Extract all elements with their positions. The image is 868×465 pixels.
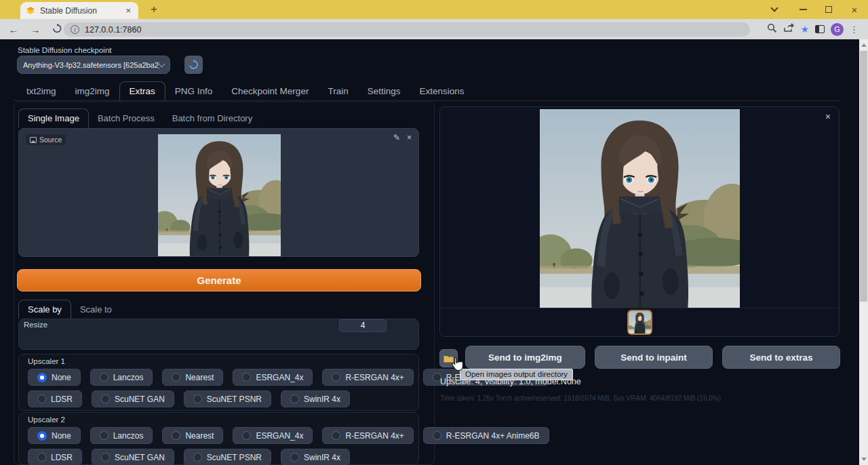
mouse-cursor-hand — [450, 357, 464, 371]
tabs-divider — [14, 100, 841, 101]
upscaler2-option-scunet-gan[interactable]: ScuNET GAN — [92, 449, 174, 465]
radio-icon[interactable] — [101, 395, 110, 403]
source-label: Source — [39, 136, 62, 144]
scrollbar-up-arrow-icon[interactable] — [861, 43, 867, 47]
window-minimize-button[interactable] — [795, 0, 811, 19]
generate-button[interactable]: Generate — [17, 269, 421, 291]
tab-extensions[interactable]: Extensions — [410, 82, 473, 100]
radio-icon[interactable] — [193, 395, 202, 403]
upscaler1-option-nearest[interactable]: Nearest — [162, 369, 223, 386]
reload-icon[interactable] — [49, 24, 65, 35]
browser-menu-icon[interactable]: ⋮ — [850, 24, 859, 35]
send-to-inpaint-button[interactable]: Send to inpaint — [595, 346, 713, 369]
edit-pencil-icon[interactable]: ✎ — [393, 133, 400, 142]
tab-search-chevron-icon[interactable] — [766, 0, 783, 19]
radio-icon[interactable] — [100, 373, 108, 382]
upscaler1-option-lanczos[interactable]: Lanczos — [90, 369, 153, 386]
upscaler2-option-r-esrgan-4x-anime6b[interactable]: R-ESRGAN 4x+ Anime6B — [423, 427, 549, 444]
new-tab-button[interactable]: + — [146, 2, 161, 17]
footer-stats-text: Time taken: 1.25s Torch active/reserved:… — [440, 395, 721, 402]
gallery-thumbnail-selected[interactable] — [627, 310, 652, 335]
radio-icon[interactable] — [37, 453, 46, 462]
upscaler2-option-none[interactable]: None — [28, 427, 81, 444]
source-tabs: Single ImageBatch ProcessBatch from Dire… — [18, 108, 261, 127]
send-to-img2img-button[interactable]: Send to img2img — [465, 346, 585, 369]
upscaler1-option-none[interactable]: None — [28, 369, 81, 386]
tab-close-icon[interactable]: × — [123, 5, 133, 16]
radio-icon[interactable] — [172, 373, 180, 382]
chevron-down-icon — [159, 60, 165, 67]
upscaler1-option-scunet-psnr[interactable]: ScuNET PSNR — [184, 390, 271, 407]
upscaler2-option-scunet-psnr[interactable]: ScuNET PSNR — [184, 449, 271, 465]
forward-icon[interactable]: → — [27, 24, 43, 35]
source-tab-batch-from-directory[interactable]: Batch from Directory — [163, 109, 261, 127]
radio-label: Nearest — [185, 373, 214, 382]
upscaler2-option-ldsr[interactable]: LDSR — [28, 449, 82, 465]
scrollbar-down-arrow-icon[interactable] — [861, 458, 867, 461]
main-tabs: txt2imgimg2imgExtrasPNG InfoCheckpoint M… — [17, 80, 473, 100]
resize-value-input[interactable]: 4 — [339, 319, 387, 332]
site-info-icon[interactable]: i — [71, 25, 79, 34]
radio-icon[interactable] — [37, 373, 47, 382]
share-icon[interactable] — [783, 23, 794, 35]
result-image[interactable] — [540, 109, 740, 308]
gallery-close-icon[interactable]: × — [825, 111, 831, 122]
radio-label: R-ESRGAN 4x+ — [345, 373, 403, 382]
clear-image-icon[interactable]: × — [407, 133, 412, 142]
upscaler2-option-lanczos[interactable]: Lanczos — [90, 427, 153, 444]
checkpoint-dropdown[interactable]: Anything-V3-fp32.safetensors [625a2ba2] — [17, 56, 170, 74]
radio-icon[interactable] — [37, 395, 46, 403]
radio-icon[interactable] — [101, 453, 110, 462]
upscaler1-option-esrgan-4x[interactable]: ESRGAN_4x — [233, 369, 313, 386]
upscaler1-option-r-esrgan-4x[interactable]: R-ESRGAN 4x+ — [322, 369, 413, 386]
radio-icon[interactable] — [242, 373, 251, 382]
gallery-thumbnail-strip — [440, 308, 839, 336]
page-scrollbar[interactable] — [859, 39, 868, 465]
upscaler2-option-nearest[interactable]: Nearest — [162, 427, 223, 444]
upscaler2-option-swinir-4x[interactable]: SwinIR 4x — [281, 449, 350, 465]
tab-img2img[interactable]: img2img — [66, 82, 119, 100]
send-buttons-row: Send to img2imgSend to inpaintSend to ex… — [465, 346, 840, 369]
radio-icon[interactable] — [242, 431, 251, 440]
window-maximize-button[interactable] — [821, 0, 837, 19]
radio-icon[interactable] — [332, 373, 340, 382]
radio-icon[interactable] — [290, 453, 299, 462]
scale-tab-scale-to[interactable]: Scale to — [71, 300, 121, 319]
radio-icon[interactable] — [37, 431, 47, 441]
source-tab-single-image[interactable]: Single Image — [18, 108, 89, 128]
browser-tab[interactable]: Stable Diffusion × — [20, 2, 138, 19]
tab-train[interactable]: Train — [318, 82, 357, 100]
refresh-icon — [189, 60, 199, 70]
tab-txt2img[interactable]: txt2img — [17, 82, 66, 100]
source-chip: Source — [26, 134, 66, 145]
send-to-extras-button[interactable]: Send to extras — [722, 346, 840, 369]
radio-icon[interactable] — [433, 431, 441, 440]
tab-checkpoint-merger[interactable]: Checkpoint Merger — [222, 82, 318, 100]
bookmark-star-icon[interactable]: ★ — [800, 24, 809, 35]
radio-icon[interactable] — [193, 453, 202, 462]
source-tab-batch-process[interactable]: Batch Process — [89, 109, 163, 127]
resize-label: Resize — [24, 321, 47, 329]
upscaler2-option-r-esrgan-4x[interactable]: R-ESRGAN 4x+ — [322, 427, 413, 444]
zoom-icon[interactable] — [767, 23, 777, 36]
address-bar[interactable]: i 127.0.0.1:7860 — [64, 22, 750, 37]
tab-extras[interactable]: Extras — [119, 81, 165, 101]
upscaler1-option-ldsr[interactable]: LDSR — [28, 390, 82, 407]
profile-avatar[interactable]: G — [831, 23, 844, 36]
tab-png-info[interactable]: PNG Info — [165, 82, 222, 100]
radio-icon[interactable] — [100, 431, 108, 440]
radio-icon[interactable] — [332, 431, 340, 440]
side-panel-icon[interactable] — [815, 25, 825, 33]
source-image-dropzone[interactable]: Source ✎ × — [18, 128, 419, 257]
scale-tab-scale-by[interactable]: Scale by — [18, 300, 71, 319]
upscaler2-option-esrgan-4x[interactable]: ESRGAN_4x — [233, 427, 313, 444]
refresh-checkpoints-button[interactable] — [184, 56, 203, 74]
radio-icon[interactable] — [172, 431, 180, 440]
window-close-button[interactable]: × — [846, 0, 863, 19]
radio-icon[interactable] — [290, 395, 299, 403]
upscaler1-option-scunet-gan[interactable]: ScuNET GAN — [92, 390, 174, 407]
back-icon[interactable]: ← — [5, 24, 22, 35]
upscaler1-option-swinir-4x[interactable]: SwinIR 4x — [281, 390, 350, 407]
tab-settings[interactable]: Settings — [358, 82, 410, 100]
scrollbar-thumb[interactable] — [860, 51, 867, 302]
